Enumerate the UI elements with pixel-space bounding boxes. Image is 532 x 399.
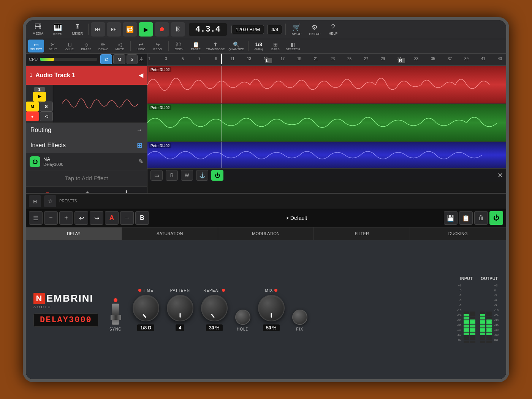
hold-knob[interactable]	[235, 310, 250, 325]
keys-icon: 🎹	[54, 23, 62, 32]
input-vu-meter: INPUT +30-3-6-9-18-24-30-36-40-60dB	[457, 276, 476, 343]
plugin-body: N EMBRINI AUDIO DELAY3000	[26, 240, 506, 379]
mixer-button[interactable]: 🎚 MIXER	[68, 21, 87, 38]
plugin-arrow-button[interactable]: →	[120, 211, 134, 225]
plugin-a-button[interactable]: A	[105, 211, 119, 225]
time-sig-display[interactable]: 4/4	[267, 25, 282, 34]
stretch-button[interactable]: ◧ STRETCH	[284, 40, 302, 52]
out-seg-13	[486, 341, 492, 343]
bpm-display[interactable]: 120.0 BPM	[231, 25, 264, 34]
repeat-knob[interactable]	[201, 295, 228, 321]
redo-button[interactable]: ↪ REDO	[150, 40, 166, 52]
timeline-power-button[interactable]: ⏻	[211, 170, 223, 181]
mute-tool-button[interactable]: ◁ MUTE	[112, 40, 128, 52]
timeline-close-btn[interactable]: ✕	[497, 171, 503, 180]
shop-button[interactable]: 🛒 SHOP	[287, 21, 306, 38]
duplicate-button[interactable]: ⬇ DUPLC	[120, 189, 132, 193]
track-1-name[interactable]: Audio Track 1	[35, 72, 139, 79]
plugin-save-button[interactable]: 💾	[444, 211, 458, 225]
plugin-b-button[interactable]: B	[135, 211, 149, 225]
timeline-r-button[interactable]: R	[166, 170, 178, 181]
routing-section[interactable]: Routing →	[26, 123, 147, 138]
timeline-fit-button[interactable]: ▭	[150, 170, 163, 181]
split-tool-button[interactable]: ✂ SPLIT	[45, 40, 61, 52]
plugin-power-button[interactable]: ⏻	[489, 211, 503, 225]
sync-control[interactable]	[106, 298, 125, 325]
effect-item-delay3000[interactable]: ⏻ NA Delay3000 ✎	[26, 153, 147, 170]
plugin-power-icon: ⏻	[493, 215, 499, 221]
plugin-delete-preset-button[interactable]: 🗑	[474, 211, 488, 225]
metronome-button[interactable]: 𝄡	[171, 22, 185, 37]
timeline-w-button[interactable]: W	[181, 170, 193, 181]
copy-button[interactable]: ⿴ COPY	[171, 40, 187, 52]
mix-knob[interactable]	[258, 295, 285, 321]
keys-button[interactable]: 🎹 KEYS	[49, 21, 67, 38]
transpose-button[interactable]: ⬆ TRANSPOSE	[204, 40, 226, 52]
add-track-button[interactable]: + ADD	[84, 189, 91, 193]
rewind-to-start-button[interactable]: ⏮	[91, 22, 105, 37]
bars-button[interactable]: ⊞ BARS	[268, 40, 283, 52]
track-1-m-button[interactable]: M	[26, 102, 39, 111]
pattern-knob[interactable]	[167, 295, 193, 321]
vu-meters: INPUT +30-3-6-9-18-24-30-36-40-60dB	[457, 276, 499, 343]
vu-seg-green-3	[464, 327, 469, 330]
tab-delay[interactable]: DELAY	[26, 227, 122, 240]
loop-button[interactable]: 🔁	[123, 22, 137, 37]
timeline-link-button[interactable]: ⚓	[196, 170, 208, 181]
effect-edit-icon[interactable]: ✎	[138, 158, 143, 165]
plugin-minus-button[interactable]: −	[44, 211, 58, 225]
track-1-collapse-arrow[interactable]: ◀	[139, 72, 143, 79]
effect-power-button[interactable]: ⏻	[30, 156, 40, 167]
fix-knob[interactable]	[292, 310, 307, 325]
timeline-track-1[interactable]: Pete Dl#02	[147, 66, 506, 104]
setup-button[interactable]: ⚙ SETUP	[306, 21, 324, 38]
plugin-save-copy-button[interactable]: 📋	[459, 211, 473, 225]
insert-effects-section[interactable]: Insert Effects ⊞	[26, 138, 147, 153]
quantize-button[interactable]: 🔍 QUANTIZE	[227, 40, 245, 52]
plugin-redo-button[interactable]: ↪	[90, 211, 103, 225]
svg-text:43: 43	[498, 57, 502, 61]
erase-tool-button[interactable]: ◇ ERASE	[78, 40, 94, 52]
plugin-plus-button[interactable]: +	[59, 211, 73, 225]
track-1-play-button[interactable]: ▶	[33, 92, 46, 102]
tab-modulation[interactable]: MODULATION	[218, 227, 314, 240]
svg-text:29: 29	[381, 57, 385, 61]
timeline-track-2[interactable]: Pete Dl#02	[147, 104, 506, 142]
track-1-mute-button[interactable]: ◁	[40, 111, 53, 121]
presets-grid-button[interactable]: ⊞	[29, 195, 41, 207]
left-panel: CPU ⇄ M S ⚠ 1 Audio T	[26, 54, 147, 193]
delete-button[interactable]: − DELETE	[41, 189, 54, 193]
play-button[interactable]: ▶	[139, 22, 153, 37]
record-button[interactable]: ⏺	[155, 22, 169, 37]
tab-ducking[interactable]: DUCKING	[410, 227, 506, 240]
time-knob[interactable]	[133, 295, 159, 321]
out-seg-20	[486, 322, 492, 324]
vu-seg-green-6	[464, 320, 469, 322]
undo-button[interactable]: ↩ UNDO	[133, 40, 149, 52]
bars-display[interactable]: 1/8 AutoQ	[251, 40, 267, 52]
timeline-track-3[interactable]: Pete Dl#02	[147, 142, 506, 169]
track-1-rec-button[interactable]: ●	[26, 111, 39, 121]
tab-filter[interactable]: FILTER	[314, 227, 410, 240]
sync-slider[interactable]	[112, 304, 119, 325]
delete-icon: −	[46, 189, 49, 193]
mini-s-btn[interactable]: S	[127, 54, 138, 64]
plugin-menu-button[interactable]: ☰	[29, 211, 43, 225]
insert-effects-add-icon[interactable]: ⊞	[137, 141, 142, 149]
mini-record-mode-btn[interactable]: ⇄	[100, 54, 112, 64]
tap-to-add-area[interactable]: Tap to Add Effect	[26, 170, 147, 186]
paste-button[interactable]: 📋 PASTE	[188, 40, 204, 52]
presets-star-button[interactable]: ☆	[44, 195, 56, 207]
track-1-s-button[interactable]: S	[40, 102, 53, 111]
media-button[interactable]: 🎞 MEDIA	[29, 21, 47, 38]
vu-seg-green-2	[464, 330, 469, 332]
glue-tool-button[interactable]: ⊔ GLUE	[62, 40, 78, 52]
bars-icon: ⊞	[273, 41, 278, 48]
mini-m-btn[interactable]: M	[113, 54, 125, 64]
fast-forward-button[interactable]: ⏭	[107, 22, 121, 37]
help-button[interactable]: ? HELP	[324, 21, 342, 38]
tab-saturation[interactable]: SATURATION	[122, 227, 218, 240]
select-tool-button[interactable]: ▭ SELECT	[28, 40, 44, 52]
draw-tool-button[interactable]: ✏ DRAW	[95, 40, 111, 52]
plugin-undo-button[interactable]: ↩	[74, 211, 88, 225]
